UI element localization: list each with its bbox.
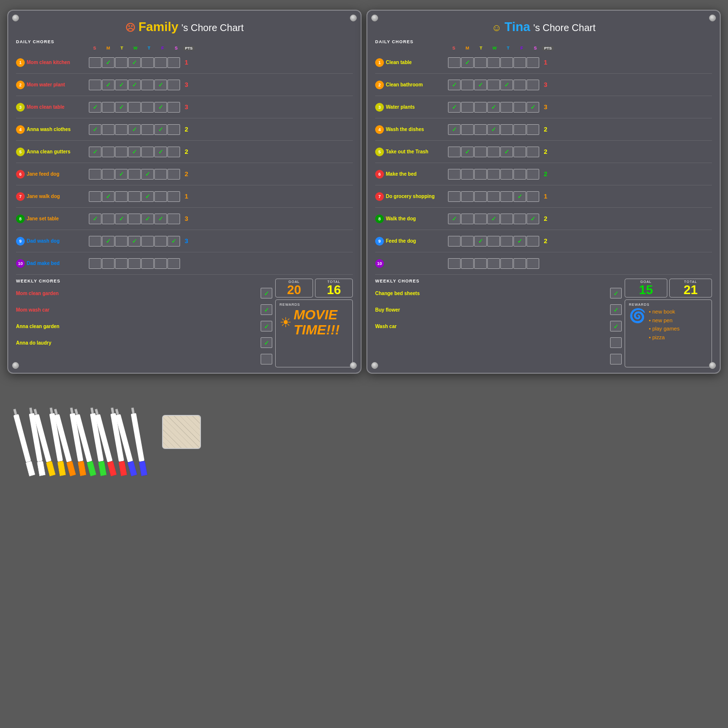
chore-box[interactable] <box>167 258 180 269</box>
chore-box[interactable] <box>167 124 180 135</box>
chore-box[interactable]: ✓ <box>141 214 154 224</box>
chore-box[interactable] <box>448 258 461 269</box>
chore-box[interactable] <box>128 258 141 269</box>
chore-box[interactable] <box>487 236 500 247</box>
chore-box[interactable]: ✓ <box>167 236 180 247</box>
chore-box[interactable] <box>141 80 154 90</box>
chore-box[interactable]: ✓ <box>154 147 167 157</box>
chore-box[interactable] <box>500 169 513 180</box>
chore-box[interactable] <box>141 147 154 157</box>
chore-box[interactable] <box>487 57 500 68</box>
chore-box[interactable] <box>128 214 141 224</box>
chore-box[interactable] <box>167 80 180 90</box>
chore-box[interactable]: ✓ <box>154 214 167 224</box>
chore-box[interactable] <box>461 124 474 135</box>
chore-box[interactable] <box>154 169 167 180</box>
chore-box[interactable]: ✓ <box>154 124 167 135</box>
chore-box[interactable]: ✓ <box>527 102 539 113</box>
chore-box[interactable]: ✓ <box>128 57 141 68</box>
chore-box[interactable]: ✓ <box>154 80 167 90</box>
weekly-box[interactable]: ✓ <box>261 304 272 315</box>
chore-box[interactable] <box>500 214 513 224</box>
chore-box[interactable] <box>167 57 180 68</box>
chore-box[interactable] <box>102 214 115 224</box>
chore-box[interactable] <box>89 258 101 269</box>
chore-box[interactable] <box>448 147 461 157</box>
chore-box[interactable] <box>115 57 128 68</box>
chore-box[interactable]: ✓ <box>487 102 500 113</box>
weekly-box[interactable]: ✓ <box>261 288 272 298</box>
weekly-box[interactable]: ✓ <box>610 304 622 315</box>
chore-box[interactable] <box>527 124 539 135</box>
chore-box[interactable] <box>128 169 141 180</box>
chore-box[interactable] <box>461 236 474 247</box>
chore-box[interactable] <box>474 191 487 202</box>
chore-box[interactable] <box>474 169 487 180</box>
chore-box[interactable]: ✓ <box>89 124 101 135</box>
chore-box[interactable] <box>115 236 128 247</box>
chore-box[interactable] <box>115 147 128 157</box>
chore-box[interactable] <box>527 169 539 180</box>
chore-box[interactable] <box>500 236 513 247</box>
chore-box[interactable] <box>141 124 154 135</box>
chore-box[interactable]: ✓ <box>154 102 167 113</box>
chore-box[interactable] <box>448 169 461 180</box>
chore-box[interactable] <box>102 102 115 113</box>
chore-box[interactable] <box>102 258 115 269</box>
chore-box[interactable]: ✓ <box>487 214 500 224</box>
chore-box[interactable] <box>154 191 167 202</box>
chore-box[interactable] <box>513 124 526 135</box>
chore-box[interactable] <box>527 191 539 202</box>
chore-box[interactable] <box>448 57 461 68</box>
chore-box[interactable]: ✓ <box>513 236 526 247</box>
chore-box[interactable] <box>513 258 526 269</box>
chore-box[interactable] <box>500 102 513 113</box>
chore-box[interactable]: ✓ <box>461 57 474 68</box>
weekly-box[interactable]: ✓ <box>261 337 272 348</box>
chore-box[interactable] <box>474 214 487 224</box>
chore-box[interactable] <box>461 191 474 202</box>
weekly-box[interactable]: ✓ <box>261 321 272 331</box>
chore-box[interactable] <box>115 124 128 135</box>
chore-box[interactable]: ✓ <box>448 124 461 135</box>
chore-box[interactable] <box>141 258 154 269</box>
chore-box[interactable]: ✓ <box>115 80 128 90</box>
chore-box[interactable] <box>141 236 154 247</box>
chore-box[interactable] <box>89 80 101 90</box>
chore-box[interactable] <box>513 102 526 113</box>
chore-box[interactable] <box>167 147 180 157</box>
chore-box[interactable]: ✓ <box>102 80 115 90</box>
chore-box[interactable] <box>527 57 539 68</box>
weekly-box[interactable]: ✓ <box>610 288 622 298</box>
chore-box[interactable]: ✓ <box>474 80 487 90</box>
chore-box[interactable]: ✓ <box>115 214 128 224</box>
chore-box[interactable] <box>500 191 513 202</box>
chore-box[interactable]: ✓ <box>115 102 128 113</box>
chore-box[interactable] <box>154 258 167 269</box>
chore-box[interactable]: ✓ <box>448 214 461 224</box>
chore-box[interactable] <box>474 258 487 269</box>
chore-box[interactable] <box>527 236 539 247</box>
chore-box[interactable]: ✓ <box>474 236 487 247</box>
weekly-box[interactable]: ✓ <box>610 321 622 331</box>
chore-box[interactable] <box>513 169 526 180</box>
chore-box[interactable] <box>154 57 167 68</box>
chore-box[interactable] <box>141 102 154 113</box>
chore-box[interactable]: ✓ <box>513 191 526 202</box>
chore-box[interactable] <box>167 102 180 113</box>
chore-box[interactable] <box>89 236 101 247</box>
chore-box[interactable] <box>474 102 487 113</box>
chore-box[interactable]: ✓ <box>128 124 141 135</box>
chore-box[interactable] <box>461 214 474 224</box>
chore-box[interactable]: ✓ <box>115 169 128 180</box>
chore-box[interactable] <box>513 214 526 224</box>
chore-box[interactable]: ✓ <box>89 147 101 157</box>
chore-box[interactable] <box>461 169 474 180</box>
chore-box[interactable]: ✓ <box>527 214 539 224</box>
chore-box[interactable] <box>128 191 141 202</box>
chore-box[interactable] <box>461 102 474 113</box>
chore-box[interactable] <box>448 236 461 247</box>
chore-box[interactable] <box>527 80 539 90</box>
chore-box[interactable] <box>154 236 167 247</box>
chore-box[interactable] <box>89 57 101 68</box>
